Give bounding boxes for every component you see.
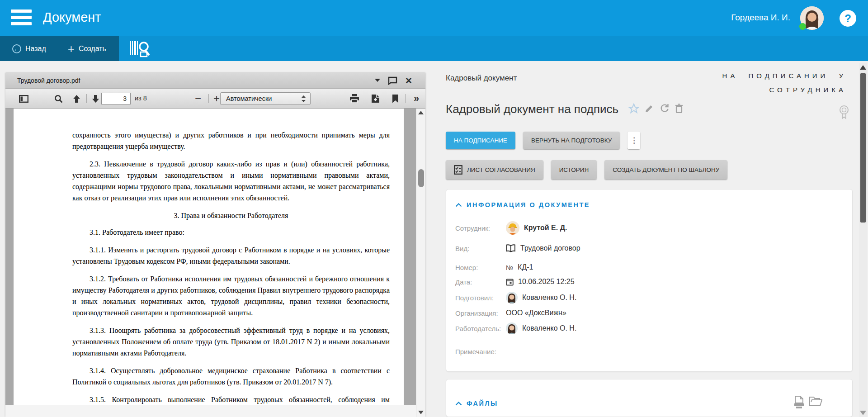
next-page-icon[interactable]: [88, 89, 103, 109]
scroll-up-arrow-icon[interactable]: [860, 65, 866, 70]
edit-pencil-icon[interactable]: [645, 104, 654, 115]
user-avatar[interactable]: [800, 6, 824, 30]
document-kind-icon: [506, 244, 516, 252]
refresh-icon[interactable]: [660, 104, 670, 115]
zoom-mode-select[interactable]: Автоматически: [220, 92, 311, 105]
user-name[interactable]: Гордеева И. И.: [731, 13, 790, 23]
prepared-by-name: Коваленко О. Н.: [522, 294, 576, 302]
action-toolbar-left: ← Назад + Создать: [0, 36, 119, 61]
pdf-horizontal-scrollbar[interactable]: [5, 405, 416, 417]
create-button[interactable]: + Создать: [46, 44, 106, 54]
print-file-icon[interactable]: [793, 396, 804, 410]
prepared-by-link[interactable]: Коваленко О. Н.: [506, 292, 576, 303]
status-badge: НА ПОДПИСАНИИ У СОТРУДНИКА: [642, 69, 846, 97]
employee-link[interactable]: Крутой Е. Д.: [506, 221, 567, 235]
document-kind-value: Трудовой договор: [520, 244, 580, 252]
certificate-seal-icon[interactable]: [838, 105, 850, 121]
files-section-header[interactable]: ФАЙЛЫ: [455, 400, 498, 407]
pdf-file-name: Трудовой договор.pdf: [17, 77, 80, 84]
action-toolbar: ← Назад + Создать: [0, 36, 868, 61]
page-count-label: из 8: [135, 95, 147, 102]
info-row-employer: Работодатель: Коваленко О. Н.: [455, 322, 843, 335]
more-tools-icon[interactable]: »: [408, 89, 424, 109]
files-card: ФАЙЛЫ: [446, 379, 853, 417]
search-icon[interactable]: [51, 89, 66, 109]
online-status-dot: [799, 23, 806, 30]
pdf-paragraph: 3.1.4. Осуществлять добровольное медицин…: [72, 365, 390, 388]
pdf-section-heading: 3. Права и обязанности Работодателя: [72, 210, 390, 221]
document-details-panel: Кадровый документ НА ПОДПИСАНИИ У СОТРУД…: [446, 63, 853, 417]
back-button[interactable]: ← Назад: [0, 44, 46, 53]
folder-icon[interactable]: [809, 396, 822, 410]
print-icon[interactable]: [345, 89, 363, 109]
document-info-card: ИНФОРМАЦИЯ О ДОКУМЕНТЕ Сотрудник: Крутой…: [446, 189, 853, 372]
field-label: Номер:: [455, 264, 506, 271]
page-vertical-scrollbar[interactable]: [859, 63, 867, 417]
close-document-icon[interactable]: ✕: [405, 76, 412, 85]
field-label: Сотрудник:: [455, 224, 506, 232]
employer-avatar-icon: [506, 322, 518, 334]
bookmark-icon[interactable]: [387, 89, 403, 109]
return-to-preparation-button[interactable]: ВЕРНУТЬ НА ПОДГОТОВКУ: [523, 132, 620, 149]
field-label: Работодатель:: [455, 325, 506, 332]
document-title: Кадровый документ на подпись: [446, 102, 618, 116]
info-row-employee: Сотрудник: Крутой Е. Д.: [455, 220, 843, 236]
zoom-mode-value: Автоматически: [226, 95, 272, 102]
barcode-scan-button[interactable]: [129, 40, 154, 57]
employee-name: Крутой Е. Д.: [524, 224, 567, 232]
pdf-paragraph: 3.1.1. Изменять и расторгать трудовой до…: [72, 244, 390, 267]
prepared-by-avatar-icon: [506, 292, 518, 303]
pdf-tab-bar: Трудовой договор.pdf ✕: [5, 73, 425, 89]
info-row-prepared-by: Подготовил: Коваленко О. Н.: [455, 291, 843, 304]
help-button[interactable]: ?: [840, 10, 856, 27]
pdf-paragraph: 3.1.2. Требовать от Работника исполнения…: [72, 273, 390, 318]
scroll-up-arrow-icon[interactable]: [418, 111, 424, 114]
field-label: Вид:: [455, 245, 506, 252]
zoom-out-icon[interactable]: −: [190, 89, 206, 109]
pdf-vertical-scrollbar[interactable]: [416, 109, 425, 417]
pdf-toolbar: из 8 − + Автоматически »: [5, 89, 425, 109]
scroll-down-arrow-icon[interactable]: [860, 411, 866, 415]
create-from-template-button[interactable]: СОЗДАТЬ ДОКУМЕНТ ПО ШАБЛОНУ: [604, 160, 727, 180]
pdf-scrollbar-thumb[interactable]: [418, 169, 424, 187]
number-sign-icon: №: [506, 264, 513, 271]
info-section-header[interactable]: ИНФОРМАЦИЯ О ДОКУМЕНТЕ: [455, 201, 843, 208]
history-button[interactable]: ИСТОРИЯ: [551, 160, 597, 180]
organization-value: ООО «ДоксВижн»: [506, 309, 566, 317]
page-scrollbar-thumb[interactable]: [860, 73, 866, 223]
delete-trash-icon[interactable]: [675, 104, 683, 115]
info-row-number: Номер: № КД-1: [455, 262, 843, 273]
chevron-up-icon: [455, 203, 462, 207]
field-label: Примечание:: [455, 348, 506, 355]
files-section-title: ФАЙЛЫ: [467, 400, 498, 407]
back-label: Назад: [25, 45, 46, 53]
info-row-kind: Вид: Трудовой договор: [455, 242, 843, 255]
page-number-input[interactable]: [101, 93, 131, 104]
select-spinner-icon: [302, 95, 306, 104]
field-label: Подготовил:: [455, 294, 506, 302]
favorite-star-icon[interactable]: [628, 103, 639, 115]
previous-page-icon[interactable]: [69, 89, 84, 109]
chevron-up-icon: [455, 402, 462, 406]
scroll-down-arrow-icon[interactable]: [418, 411, 424, 414]
document-date-value: 10.06.2025 12:25: [518, 278, 575, 286]
employee-avatar-icon: [506, 221, 519, 235]
more-actions-kebab-button[interactable]: ⋮: [627, 132, 640, 149]
pdf-paragraph: 3.1. Работодатель имеет право:: [72, 227, 390, 238]
employer-link[interactable]: Коваленко О. Н.: [506, 322, 576, 334]
page-title: Документ: [43, 10, 101, 25]
hamburger-menu-icon[interactable]: [11, 9, 32, 27]
pdf-paragraph: 3.1.3. Поощрять работника за добросовест…: [72, 325, 390, 359]
create-label: Создать: [79, 45, 106, 53]
document-type-label: Кадровый документ: [446, 74, 517, 83]
checklist-icon: [454, 165, 462, 175]
to-sign-button[interactable]: НА ПОДПИСАНИЕ: [446, 132, 515, 149]
approval-sheet-button[interactable]: ЛИСТ СОГЛАСОВАНИЯ: [446, 160, 543, 180]
pdf-text: сохранность этого имущества) и других ра…: [72, 129, 390, 417]
sidebar-toggle-icon[interactable]: [16, 89, 31, 109]
comment-popout-icon[interactable]: [387, 76, 398, 85]
download-icon[interactable]: [366, 89, 384, 109]
calendar-icon: [506, 278, 514, 286]
tab-menu-caret-icon[interactable]: [375, 79, 380, 82]
info-row-note: Примечание:: [455, 346, 843, 357]
